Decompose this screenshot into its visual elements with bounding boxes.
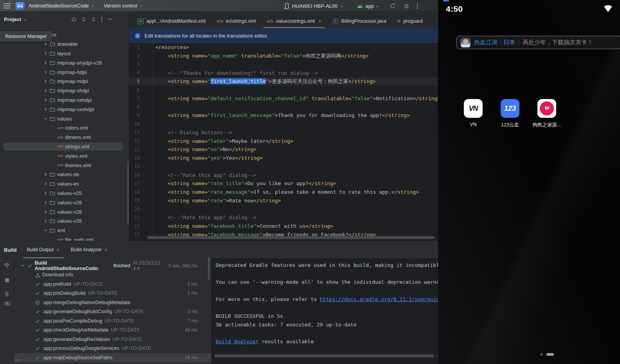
build-task-row[interactable]: :app:preDebugBuild UP-TO-DATE 1 ms xyxy=(14,289,211,298)
chevron-icon[interactable] xyxy=(42,70,49,74)
run-configuration-selector[interactable]: app xyxy=(366,3,374,9)
tree-item[interactable]: mipmap-hdpi xyxy=(0,67,129,77)
tree-item[interactable]: </> styles.xml xyxy=(0,151,129,160)
pin-icon[interactable] xyxy=(4,292,9,297)
tree-item-label: mipmap-mdpi xyxy=(57,78,88,84)
build-hammer-icon[interactable] xyxy=(4,263,10,269)
build-root-row[interactable]: Build AndroidStudioSourceCode: finished … xyxy=(14,261,211,270)
editor-tab[interactable]: M app\...\AndroidManifest.xml xyxy=(132,14,211,28)
console-vertical-scrollbar[interactable] xyxy=(208,257,210,280)
build-success-icon xyxy=(27,263,34,268)
tree-item[interactable]: mipmap-xxxhdpi xyxy=(0,105,129,114)
chevron-icon[interactable] xyxy=(42,228,49,232)
build-task-row[interactable]: :app:checkDebugAarMetadata UP-TO-DATE 42… xyxy=(14,326,211,335)
build-task-row[interactable]: :app:processDebugGoogleServices UP-TO-DA… xyxy=(14,344,211,353)
tree-horizontal-scrollbar[interactable] xyxy=(14,359,20,362)
tree-item-label: mipmap-hdpi xyxy=(57,69,87,75)
device-selector[interactable]: HUAWEI HBP-AL00 xyxy=(292,3,338,9)
chevron-down-icon[interactable] xyxy=(20,263,27,268)
tree-item[interactable]: values-v25 xyxy=(0,189,129,198)
chevron-icon[interactable] xyxy=(42,182,49,186)
tree-item[interactable]: </> file_path.xml xyxy=(0,235,129,241)
hamburger-menu-icon[interactable] xyxy=(3,3,11,9)
tree-item[interactable]: </> dimens.xml xyxy=(0,133,129,142)
task-label: :app:processDebugGoogleServices xyxy=(42,346,119,351)
app-icon[interactable] xyxy=(537,99,556,118)
project-selector[interactable]: AndroidStudioSourceCode xyxy=(29,3,89,9)
code-text: <string name="app_name" translatable="fa… xyxy=(153,52,369,59)
rerun-icon[interactable] xyxy=(389,3,396,9)
hide-panel-icon[interactable] xyxy=(108,17,112,22)
chevron-icon[interactable] xyxy=(42,107,49,112)
build-task-row[interactable]: :app:generateDebugResValues UP-TO-DATE xyxy=(14,335,211,344)
tree-item[interactable]: mipmap-mdpi xyxy=(0,77,129,86)
chevron-icon[interactable] xyxy=(42,200,49,205)
stop-icon[interactable] xyxy=(5,278,9,283)
app-icon[interactable]: VN xyxy=(464,99,483,118)
build-task-row[interactable]: :app:preBuild UP-TO-DATE 1 ms xyxy=(14,279,211,289)
app-shortcut[interactable]: VN VN xyxy=(458,99,488,128)
build-task-row[interactable]: Download info xyxy=(14,270,211,280)
version-control-menu[interactable]: Version control xyxy=(104,3,137,9)
chevron-icon[interactable] xyxy=(42,117,49,121)
console-link[interactable]: https://docs.gradle.org/8.11.1/userguide xyxy=(320,296,442,302)
chevron-icon[interactable] xyxy=(42,61,49,65)
close-icon[interactable]: ✕ xyxy=(318,19,321,23)
chevron-icon[interactable] xyxy=(42,79,49,83)
more-vertical-icon[interactable] xyxy=(416,3,418,9)
tree-item[interactable]: mipmap-xxhdpi xyxy=(0,96,129,105)
build-task-row[interactable]: :app:mergeDebugNativeDebugMetadata xyxy=(14,298,211,307)
line-number: 11 xyxy=(129,128,153,137)
tree-item[interactable]: values-es xyxy=(0,179,129,189)
console-horizontal-scrollbar[interactable] xyxy=(214,354,434,357)
chevron-icon[interactable] xyxy=(42,219,49,223)
editor-tab[interactable]: ≡ proguard xyxy=(392,14,428,28)
tree-item[interactable]: xml xyxy=(0,226,129,235)
task-state: UP-TO-DATE xyxy=(113,337,142,342)
tree-item[interactable]: values xyxy=(0,114,129,123)
tree-item[interactable]: </> strings.xml xyxy=(0,142,129,151)
build-task-row[interactable]: :app:javaPreCompileDebug UP-TO-DATE 7 ms xyxy=(14,316,211,326)
close-icon[interactable]: ✕ xyxy=(56,248,59,252)
debug-icon[interactable] xyxy=(404,3,409,9)
app-shortcut[interactable]: 狗凯之家源... xyxy=(532,99,562,128)
editor-tab[interactable]: </> es\strings.xml xyxy=(211,14,261,28)
project-panel-title[interactable]: Project xyxy=(4,16,21,22)
chevron-icon[interactable] xyxy=(42,210,49,214)
page-indicator-active xyxy=(546,353,554,356)
chevron-icon[interactable] xyxy=(42,98,49,102)
tree-item[interactable]: layout xyxy=(0,49,129,58)
collapse-all-icon[interactable] xyxy=(91,17,96,22)
tree-item[interactable]: values-v26 xyxy=(0,198,129,207)
build-tab[interactable]: Build Analyzer ✕ xyxy=(65,241,114,258)
expand-all-icon[interactable] xyxy=(81,17,86,22)
chevron-icon[interactable] xyxy=(42,51,49,56)
chevron-icon[interactable] xyxy=(42,42,49,46)
tree-item[interactable]: mipmap-anydpi-v26 xyxy=(0,58,129,67)
editor-horizontal-scrollbar[interactable] xyxy=(147,236,434,239)
build-task-row[interactable]: :app:generateDebugBuildConfig UP-TO-DATE… xyxy=(14,307,211,317)
build-tab[interactable]: Build Output ✕ xyxy=(22,241,65,258)
chevron-icon[interactable] xyxy=(42,88,49,93)
chevron-icon[interactable] xyxy=(42,172,49,177)
app-icon[interactable]: 123 xyxy=(501,99,519,118)
notification-banner[interactable]: 热血江湖：归来 再赴少年，下载抽京东卡！ xyxy=(456,36,620,49)
line-number: 16 xyxy=(129,171,153,179)
chevron-down-icon xyxy=(23,18,27,22)
console-link[interactable]: Build Analyzer xyxy=(216,339,259,344)
tree-item[interactable]: </> themes.xml xyxy=(0,160,129,170)
tree-item[interactable]: mipmap-xhdpi xyxy=(0,86,129,96)
more-vertical-icon[interactable] xyxy=(101,16,103,22)
build-task-row[interactable]: :app:mapDebugSourceSetPaths 16 ms xyxy=(14,353,211,362)
editor-tab[interactable]: </> values\strings.xml ✕ xyxy=(261,14,327,28)
eye-icon[interactable] xyxy=(4,301,10,306)
app-shortcut[interactable]: 123 123云盘 xyxy=(495,99,525,128)
tree-item[interactable]: values-de xyxy=(0,170,129,179)
chevron-icon[interactable] xyxy=(42,191,49,195)
tree-item[interactable]: values-v28 xyxy=(0,207,129,216)
locate-file-icon[interactable] xyxy=(71,17,76,22)
tree-item[interactable]: </> colors.xml xyxy=(0,123,129,133)
tree-item[interactable]: values-v35 xyxy=(0,216,129,226)
editor-tab[interactable]: C BillingProcessor.java xyxy=(327,14,392,28)
close-icon[interactable]: ✕ xyxy=(105,248,108,252)
